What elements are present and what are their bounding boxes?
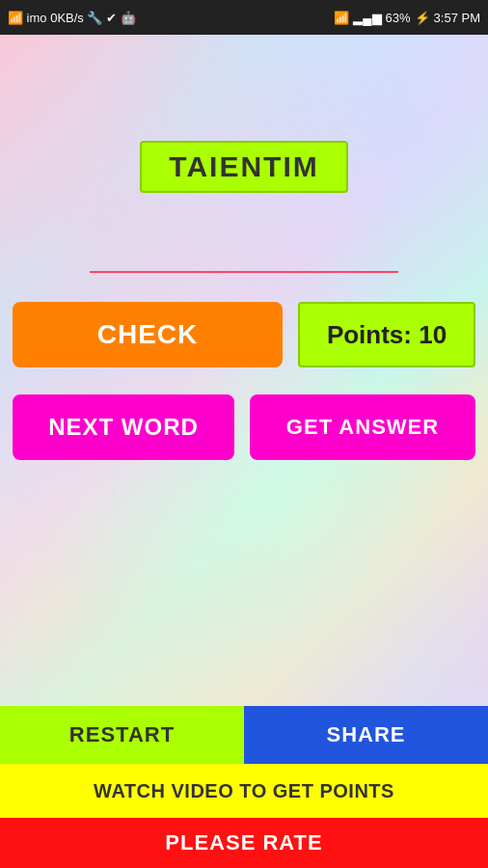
share-button[interactable]: SHARE xyxy=(244,706,488,764)
charging-icon: ⚡ xyxy=(415,11,430,25)
status-bar-right: 📶 ▂▄▆ 63% ⚡ 3:57 PM xyxy=(334,11,480,25)
action-row: NEXT WORD GET ANSWER xyxy=(13,394,475,460)
battery-text: 63% xyxy=(386,11,411,25)
points-display: Points: 10 xyxy=(298,302,475,367)
status-bar-left: 📶 imo 0KB/s 🔧 ✔ 🤖 xyxy=(8,11,136,25)
restart-button[interactable]: RESTART xyxy=(0,706,244,764)
bottom-row1: RESTART SHARE xyxy=(0,706,488,764)
watch-video-button[interactable]: WATCH VIDEO TO GET POINTS xyxy=(0,764,488,818)
wifi-icon: 📶 xyxy=(334,11,349,25)
check-row: CHECK Points: 10 xyxy=(13,302,475,367)
check-button[interactable]: CHECK xyxy=(13,302,283,367)
bottom-area: RESTART SHARE WATCH VIDEO TO GET POINTS … xyxy=(0,706,488,868)
next-word-button[interactable]: NEXT WORD xyxy=(13,394,234,460)
please-rate-button[interactable]: PLEASE RATE xyxy=(0,818,488,868)
app-icons: 📶 imo 0KB/s 🔧 ✔ 🤖 xyxy=(8,11,136,25)
scrambled-word: TAIENTIM xyxy=(169,150,318,182)
main-content: TAIENTIM CHECK Points: 10 NEXT WORD GET … xyxy=(0,35,488,868)
get-answer-button[interactable]: GET ANSWER xyxy=(250,394,475,460)
input-area xyxy=(90,241,398,273)
answer-input[interactable] xyxy=(90,241,398,273)
status-bar: 📶 imo 0KB/s 🔧 ✔ 🤖 📶 ▂▄▆ 63% ⚡ 3:57 PM xyxy=(0,0,488,35)
word-display-box: TAIENTIM xyxy=(140,141,347,193)
time-display: 3:57 PM xyxy=(434,11,480,25)
signal-icon: ▂▄▆ xyxy=(353,11,381,25)
